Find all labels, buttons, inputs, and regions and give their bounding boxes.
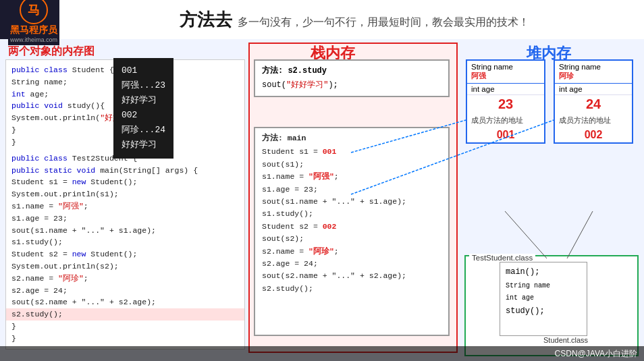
header-title: 方法去 多一句没有，少一句不行，用最短时间，教会最实用的技术！ — [73, 8, 636, 32]
obj2-age-val: 24 — [555, 95, 632, 113]
obj2-footer: 成员方法的地址 — [555, 113, 632, 128]
main-line: s1.study(); — [262, 208, 441, 220]
main-line: s2.name = "阿珍"; — [262, 246, 441, 258]
tooltip-line: 阿珍...24 — [122, 123, 165, 138]
obj1-footer: 成员方法的地址 — [467, 113, 544, 128]
main-title: 方法: main — [262, 132, 441, 144]
main-line: sout(s1.name + "..." + s1.age); — [262, 196, 441, 208]
s2study-method-box: 方法: s2.study sout("好好学习"); — [254, 59, 450, 97]
student-class-label: Student.class — [543, 336, 588, 344]
logo-icon: 马 — [20, 0, 48, 24]
method-inner-line: study(); — [506, 304, 581, 319]
main-method-box: 方法: main Student s1 = 001 sout(s1); s1.n… — [254, 127, 450, 336]
teststudent-label: TestStudent.class — [469, 254, 535, 262]
object2-box: String name阿珍 int age 24 成员方法的地址 002 — [554, 59, 633, 144]
bottom-bar: CSDN@JAVA小白进阶 — [0, 346, 644, 361]
main-line: s1.name = "阿强"; — [262, 171, 441, 183]
svg-line-3 — [567, 211, 593, 258]
obj1-addr: 001 — [467, 128, 544, 142]
main-line: sout(s2); — [262, 233, 441, 245]
left-panel-label: 两个对象的内存图 — [8, 45, 95, 59]
tooltip-line: 002 — [122, 108, 165, 123]
obj2-field2: int age — [555, 84, 632, 95]
obj1-field2: int age — [467, 84, 544, 95]
method-inner-box: main(); String name int age study(); — [500, 262, 587, 336]
main-line: Student s1 = 001 — [262, 146, 441, 158]
main-line: Student s2 = 002 — [262, 221, 441, 233]
svg-line-2 — [505, 211, 547, 258]
logo-area: 马 黑马程序员 www.itheima.com — [8, 0, 59, 45]
s2study-line: sout("好好学习"); — [262, 79, 441, 92]
main-line: sout(s2.name + "..." + s2.age); — [262, 270, 441, 282]
tooltip-line: 好好学习 — [122, 93, 165, 108]
obj2-addr: 002 — [555, 128, 632, 142]
method-inner-line: int age — [506, 292, 581, 304]
logo-text: 黑马程序员 — [10, 24, 57, 36]
bottom-text: CSDN@JAVA小白进阶 — [555, 348, 637, 360]
tooltip-popup: 001 阿强...23 好好学习 002 阿珍...24 好好学习 — [113, 58, 173, 159]
main-line: s2.age = 24; — [262, 258, 441, 270]
main-line: s2.study(); — [262, 283, 441, 295]
obj1-field1: String name阿强 — [467, 61, 544, 84]
tooltip-line: 阿强...23 — [122, 78, 165, 93]
tooltip-line: 好好学习 — [122, 138, 165, 152]
object1-box: String name阿强 int age 23 成员方法的地址 001 — [466, 59, 545, 144]
title-main: 方法去 — [180, 9, 232, 30]
main-content: 两个对象的内存图 public class Student { String n… — [0, 39, 644, 361]
s2study-title: 方法: s2.study — [262, 65, 441, 78]
main-line: sout(s1); — [262, 159, 441, 171]
logo-sub: www.itheima.com — [10, 36, 57, 43]
header: 马 黑马程序员 www.itheima.com 方法去 多一句没有，少一句不行，… — [0, 0, 644, 39]
obj2-field1: String name阿珍 — [555, 61, 632, 84]
method-inner-line: main(); — [506, 265, 581, 280]
main-line: s1.age = 23; — [262, 184, 441, 196]
obj1-age-val: 23 — [467, 95, 544, 113]
tooltip-line: 001 — [122, 63, 165, 78]
method-inner-line: String name — [506, 280, 581, 292]
title-sub: 多一句没有，少一句不行，用最短时间，教会最实用的技术！ — [238, 16, 529, 28]
